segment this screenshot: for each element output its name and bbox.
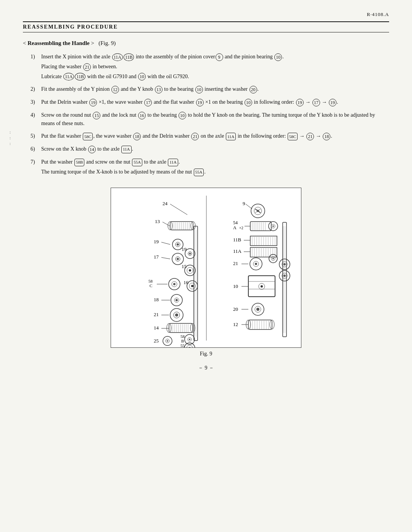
svg-text:C: C (150, 283, 152, 288)
svg-point-22 (177, 243, 179, 246)
part-10d: 10 (245, 99, 252, 106)
step-3: 3) Put the Delrin washer 19 ×1, the wave… (31, 98, 389, 106)
part-19a: 19 (89, 99, 97, 106)
part-17b: 17 (312, 99, 320, 106)
svg-text:11B: 11B (233, 237, 241, 243)
step-1-sub2: Lubricate 11A11B with the oil G7910 and … (41, 72, 389, 81)
page-number: － 9 － (23, 365, 389, 371)
svg-text:15: 15 (182, 264, 187, 269)
svg-text:10: 10 (233, 283, 238, 289)
section-title: REASSEMLBING PROCEDURE (23, 21, 389, 32)
svg-line-24 (161, 257, 170, 259)
svg-rect-158 (248, 320, 272, 329)
svg-text:17: 17 (154, 254, 159, 260)
subsection-label: Reassembling the Handle (27, 40, 90, 46)
part-11a2: 11A (63, 73, 74, 80)
part-19c: 19 (296, 99, 304, 106)
svg-text:11A: 11A (233, 248, 242, 254)
part-18b: 18 (323, 133, 330, 140)
svg-line-2 (170, 204, 187, 215)
figure-svg: 24 13 19 (111, 188, 301, 348)
part-13: 13 (155, 86, 163, 93)
step-6-content: Screw on the X knob 14 to the axle 11A. (41, 145, 389, 153)
part-19d: 19 (329, 99, 336, 106)
step-3-content: Put the Delrin washer 19 ×1, the wave wa… (41, 98, 389, 106)
svg-point-84 (188, 347, 191, 348)
part-11b: 11B (124, 53, 134, 61)
svg-text:20: 20 (233, 306, 238, 312)
svg-point-27 (177, 258, 179, 260)
part-15: 15 (93, 112, 100, 119)
part-58c2: 58C (288, 133, 298, 140)
part-14: 14 (88, 146, 96, 153)
svg-text:21: 21 (154, 312, 159, 317)
step-5-content: Put the flat washer 58C, the wave washer… (41, 132, 389, 140)
step-7-num: 7) (31, 158, 41, 176)
subsection-heading: < Reassembling the Handle > (Fig. 9) (23, 40, 389, 47)
svg-point-50 (175, 299, 178, 301)
part-21c: 21 (306, 133, 314, 140)
part-55a2: 55A (194, 169, 204, 176)
svg-line-86 (246, 204, 252, 209)
part-20: 20 (249, 86, 257, 93)
svg-point-55 (175, 313, 178, 317)
step-7-sub1: The turning torque of the X-knob is to b… (41, 168, 389, 176)
svg-point-74 (167, 340, 168, 342)
step-4-content: Screw on the round nut 15 and the lock n… (41, 111, 389, 127)
svg-point-150 (261, 285, 263, 288)
svg-text:13: 13 (155, 219, 160, 224)
part-11a4: 11A (121, 146, 132, 153)
step-1: 1) Insert the X pinion with the axle 11A… (31, 53, 389, 80)
step-1-content: Insert the X pinion with the axle 11A11B… (41, 53, 389, 80)
part-11a: 11A (112, 53, 123, 61)
svg-point-31 (189, 252, 191, 254)
svg-text:19: 19 (154, 239, 159, 244)
step-6-num: 6) (31, 145, 41, 153)
svg-rect-58 (169, 323, 193, 333)
part-9: 9 (216, 53, 223, 61)
part-11b2: 11B (75, 73, 85, 80)
step-3-num: 3) (31, 98, 41, 106)
svg-text:18: 18 (154, 297, 159, 302)
figure-9: 24 13 19 (111, 188, 301, 348)
svg-point-41 (173, 283, 175, 285)
step-7: 7) Put the washer 58B and screw on the n… (31, 158, 389, 176)
part-10e: 10 (179, 112, 186, 119)
svg-text:24: 24 (163, 201, 168, 206)
svg-point-143 (272, 258, 274, 259)
svg-point-140 (255, 263, 257, 265)
svg-rect-176 (283, 222, 286, 337)
svg-line-19 (161, 242, 170, 244)
part-12: 12 (111, 86, 119, 93)
part-10c: 10 (195, 86, 203, 93)
figure-container: 24 13 19 (23, 188, 389, 357)
step-7-content: Put the washer 58B and screw on the nut … (41, 158, 389, 176)
svg-text:58: 58 (180, 334, 185, 339)
part-10b: 10 (138, 73, 146, 80)
part-18: 18 (133, 133, 141, 140)
binding-margin: : : : (10, 130, 11, 146)
svg-text:A: A (233, 225, 237, 230)
step-1-sub1: Placing the washer 21 in between. (41, 63, 389, 71)
svg-point-175 (283, 275, 286, 277)
svg-point-45 (191, 285, 193, 287)
part-17: 17 (144, 99, 152, 106)
svg-text:54: 54 (233, 220, 238, 225)
part-11a3: 11A (226, 133, 236, 140)
part-10a: 10 (274, 53, 282, 61)
svg-text:58: 58 (148, 279, 153, 283)
step-5: 5) Put the flat washer 58C, the wave was… (31, 132, 389, 140)
svg-text:21: 21 (233, 260, 238, 266)
step-2: 2) Fit the assembly of the Y pinion 12 a… (31, 85, 389, 93)
step-2-content: Fit the assembly of the Y pinion 12 and … (41, 85, 389, 93)
svg-text:16: 16 (183, 280, 189, 285)
svg-text:B: B (181, 339, 184, 343)
svg-point-91 (257, 210, 259, 212)
part-16: 16 (138, 112, 146, 119)
part-19b: 19 (196, 99, 204, 106)
part-55a: 55A (132, 159, 142, 166)
svg-point-35 (189, 269, 191, 272)
part-21b: 21 (191, 133, 199, 140)
step-4-num: 4) (31, 111, 41, 127)
page-ref: R·4108.A (23, 11, 389, 18)
